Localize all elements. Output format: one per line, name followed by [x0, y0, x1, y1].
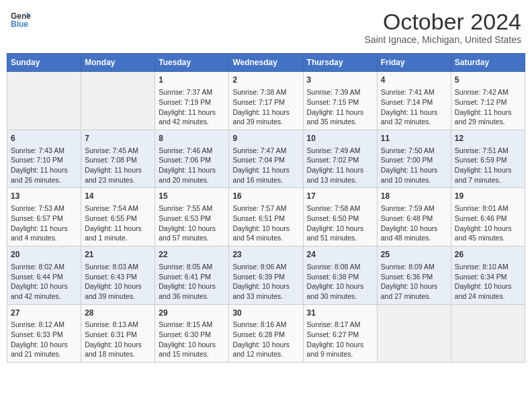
day-number: 21: [85, 249, 151, 261]
calendar-cell: 21Sunrise: 8:03 AM Sunset: 6:43 PM Dayli…: [81, 246, 155, 305]
day-number: 3: [307, 75, 373, 86]
day-number: 4: [381, 75, 447, 86]
calendar-cell: [377, 304, 451, 363]
day-number: 5: [455, 75, 521, 86]
calendar-cell: 13Sunrise: 7:53 AM Sunset: 6:57 PM Dayli…: [7, 188, 81, 246]
day-info: Sunrise: 8:02 AM Sunset: 6:44 PM Dayligh…: [11, 262, 77, 302]
day-info: Sunrise: 7:38 AM Sunset: 7:17 PM Dayligh…: [232, 87, 299, 127]
day-number: 23: [232, 249, 299, 261]
dow-thursday: Thursday: [303, 54, 377, 72]
day-number: 9: [232, 133, 299, 144]
calendar-week-2: 6Sunrise: 7:43 AM Sunset: 7:10 PM Daylig…: [7, 130, 525, 188]
day-number: 20: [11, 249, 77, 261]
calendar-cell: [7, 72, 81, 130]
calendar-week-4: 20Sunrise: 8:02 AM Sunset: 6:44 PM Dayli…: [7, 246, 525, 305]
calendar-cell: [451, 304, 525, 363]
day-info: Sunrise: 8:16 AM Sunset: 6:28 PM Dayligh…: [232, 320, 299, 359]
svg-text:Blue: Blue: [11, 19, 28, 29]
calendar-cell: 22Sunrise: 8:05 AM Sunset: 6:41 PM Dayli…: [155, 246, 229, 305]
day-number: 14: [85, 191, 151, 202]
calendar-cell: 30Sunrise: 8:16 AM Sunset: 6:28 PM Dayli…: [229, 304, 303, 363]
calendar-cell: 6Sunrise: 7:43 AM Sunset: 7:10 PM Daylig…: [7, 130, 81, 188]
calendar-cell: 12Sunrise: 7:51 AM Sunset: 6:59 PM Dayli…: [451, 130, 525, 188]
calendar-cell: 8Sunrise: 7:46 AM Sunset: 7:06 PM Daylig…: [155, 130, 229, 188]
dow-friday: Friday: [377, 54, 451, 72]
day-number: 28: [85, 308, 151, 319]
day-info: Sunrise: 7:57 AM Sunset: 6:51 PM Dayligh…: [232, 203, 299, 243]
calendar-cell: 15Sunrise: 7:55 AM Sunset: 6:53 PM Dayli…: [155, 188, 229, 246]
dow-sunday: Sunday: [7, 54, 81, 72]
calendar-week-1: 1Sunrise: 7:37 AM Sunset: 7:19 PM Daylig…: [7, 72, 525, 130]
day-info: Sunrise: 8:06 AM Sunset: 6:39 PM Dayligh…: [232, 262, 299, 302]
day-number: 18: [381, 191, 447, 202]
day-number: 30: [232, 308, 299, 319]
calendar-cell: 14Sunrise: 7:54 AM Sunset: 6:55 PM Dayli…: [81, 188, 155, 246]
day-info: Sunrise: 7:46 AM Sunset: 7:06 PM Dayligh…: [159, 146, 225, 185]
day-number: 19: [455, 191, 521, 202]
calendar-cell: 4Sunrise: 7:41 AM Sunset: 7:14 PM Daylig…: [377, 72, 451, 130]
day-info: Sunrise: 7:47 AM Sunset: 7:04 PM Dayligh…: [232, 146, 299, 185]
day-number: 24: [307, 249, 373, 261]
day-number: 26: [455, 249, 521, 261]
day-info: Sunrise: 7:51 AM Sunset: 6:59 PM Dayligh…: [455, 146, 521, 185]
day-info: Sunrise: 7:50 AM Sunset: 7:00 PM Dayligh…: [381, 146, 447, 185]
day-info: Sunrise: 7:43 AM Sunset: 7:10 PM Dayligh…: [11, 146, 77, 185]
calendar-cell: 18Sunrise: 7:59 AM Sunset: 6:48 PM Dayli…: [377, 188, 451, 246]
days-of-week-header: SundayMondayTuesdayWednesdayThursdayFrid…: [7, 54, 525, 72]
calendar-cell: 16Sunrise: 7:57 AM Sunset: 6:51 PM Dayli…: [229, 188, 303, 246]
dow-tuesday: Tuesday: [155, 54, 229, 72]
day-number: 29: [159, 308, 225, 319]
day-number: 13: [11, 191, 77, 202]
calendar-body: 1Sunrise: 7:37 AM Sunset: 7:19 PM Daylig…: [7, 72, 525, 363]
day-number: 17: [307, 191, 373, 202]
day-info: Sunrise: 8:17 AM Sunset: 6:27 PM Dayligh…: [307, 320, 373, 359]
calendar-week-3: 13Sunrise: 7:53 AM Sunset: 6:57 PM Dayli…: [7, 188, 525, 246]
day-info: Sunrise: 7:42 AM Sunset: 7:12 PM Dayligh…: [455, 87, 521, 127]
logo-icon: General Blue: [11, 9, 31, 30]
calendar-cell: 26Sunrise: 8:10 AM Sunset: 6:34 PM Dayli…: [451, 246, 525, 305]
day-info: Sunrise: 7:59 AM Sunset: 6:48 PM Dayligh…: [381, 203, 447, 243]
calendar-cell: 3Sunrise: 7:39 AM Sunset: 7:15 PM Daylig…: [303, 72, 377, 130]
day-info: Sunrise: 8:03 AM Sunset: 6:43 PM Dayligh…: [85, 262, 151, 302]
day-info: Sunrise: 7:58 AM Sunset: 6:50 PM Dayligh…: [307, 203, 373, 243]
dow-wednesday: Wednesday: [229, 54, 303, 72]
calendar-cell: 20Sunrise: 8:02 AM Sunset: 6:44 PM Dayli…: [7, 246, 81, 305]
day-info: Sunrise: 8:10 AM Sunset: 6:34 PM Dayligh…: [455, 262, 521, 302]
page-header: General Blue October 2024 Saint Ignace, …: [7, 7, 525, 48]
day-number: 31: [307, 308, 373, 319]
calendar-cell: 5Sunrise: 7:42 AM Sunset: 7:12 PM Daylig…: [451, 72, 525, 130]
calendar-cell: 28Sunrise: 8:13 AM Sunset: 6:31 PM Dayli…: [81, 304, 155, 363]
title-block: October 2024 Saint Ignace, Michigan, Uni…: [365, 9, 521, 45]
calendar-cell: 17Sunrise: 7:58 AM Sunset: 6:50 PM Dayli…: [303, 188, 377, 246]
day-number: 7: [85, 133, 151, 144]
calendar-cell: 25Sunrise: 8:09 AM Sunset: 6:36 PM Dayli…: [377, 246, 451, 305]
calendar-cell: 7Sunrise: 7:45 AM Sunset: 7:08 PM Daylig…: [81, 130, 155, 188]
day-number: 25: [381, 249, 447, 261]
day-info: Sunrise: 8:12 AM Sunset: 6:33 PM Dayligh…: [11, 320, 77, 359]
day-info: Sunrise: 7:49 AM Sunset: 7:02 PM Dayligh…: [307, 146, 373, 185]
calendar-cell: 27Sunrise: 8:12 AM Sunset: 6:33 PM Dayli…: [7, 304, 81, 363]
month-title: October 2024: [365, 9, 521, 34]
calendar-cell: 31Sunrise: 8:17 AM Sunset: 6:27 PM Dayli…: [303, 304, 377, 363]
day-info: Sunrise: 8:08 AM Sunset: 6:38 PM Dayligh…: [307, 262, 373, 302]
day-number: 16: [232, 191, 299, 202]
calendar-cell: 23Sunrise: 8:06 AM Sunset: 6:39 PM Dayli…: [229, 246, 303, 305]
day-number: 15: [159, 191, 225, 202]
day-number: 8: [159, 133, 225, 144]
day-info: Sunrise: 7:53 AM Sunset: 6:57 PM Dayligh…: [11, 203, 77, 243]
calendar-cell: 10Sunrise: 7:49 AM Sunset: 7:02 PM Dayli…: [303, 130, 377, 188]
day-number: 22: [159, 249, 225, 261]
calendar-cell: 9Sunrise: 7:47 AM Sunset: 7:04 PM Daylig…: [229, 130, 303, 188]
day-number: 1: [159, 75, 225, 86]
day-info: Sunrise: 7:39 AM Sunset: 7:15 PM Dayligh…: [307, 87, 373, 127]
calendar-cell: 29Sunrise: 8:15 AM Sunset: 6:30 PM Dayli…: [155, 304, 229, 363]
day-number: 10: [307, 133, 373, 144]
calendar-table: SundayMondayTuesdayWednesdayThursdayFrid…: [7, 53, 525, 363]
day-info: Sunrise: 7:55 AM Sunset: 6:53 PM Dayligh…: [159, 203, 225, 243]
dow-saturday: Saturday: [451, 54, 525, 72]
calendar-cell: 11Sunrise: 7:50 AM Sunset: 7:00 PM Dayli…: [377, 130, 451, 188]
calendar-cell: 19Sunrise: 8:01 AM Sunset: 6:46 PM Dayli…: [451, 188, 525, 246]
calendar-cell: 2Sunrise: 7:38 AM Sunset: 7:17 PM Daylig…: [229, 72, 303, 130]
day-info: Sunrise: 7:41 AM Sunset: 7:14 PM Dayligh…: [381, 87, 447, 127]
calendar-week-5: 27Sunrise: 8:12 AM Sunset: 6:33 PM Dayli…: [7, 304, 525, 363]
